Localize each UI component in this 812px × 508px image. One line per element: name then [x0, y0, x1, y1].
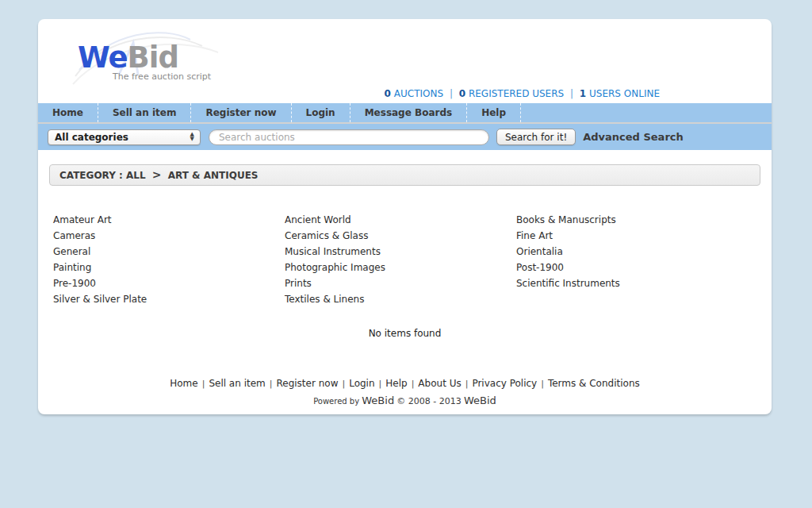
- advanced-search-link[interactable]: Advanced Search: [583, 131, 684, 143]
- stats-label[interactable]: REGISTERED USERS: [469, 88, 564, 99]
- powered-prefix: Powered by: [313, 397, 359, 406]
- category-link[interactable]: Scientific Instruments: [516, 275, 748, 291]
- category-link[interactable]: Amateur Art: [53, 212, 285, 228]
- category-list: Amateur ArtCamerasGeneralPaintingPre-190…: [38, 212, 772, 307]
- separator: |: [202, 379, 205, 389]
- no-items-message: No items found: [38, 328, 772, 339]
- stats-count[interactable]: 1: [580, 88, 586, 99]
- main-navigation: Home Sell an item Register now Login Mes…: [38, 103, 772, 124]
- stats-count[interactable]: 0: [459, 88, 465, 99]
- category-link[interactable]: Ancient World: [285, 212, 516, 228]
- select-arrows-icon: ▲▼: [190, 133, 194, 142]
- separator: |: [342, 379, 345, 389]
- category-link[interactable]: Cameras: [53, 228, 285, 244]
- separator: |: [270, 379, 273, 389]
- powered-by: Powered by WeBid © 2008 - 2013 WeBid: [38, 394, 772, 414]
- breadcrumb-current: ART & ANTIQUES: [168, 170, 259, 181]
- site-logo[interactable]: WeBid The free auction script: [78, 33, 268, 97]
- breadcrumb: CATEGORY : ALL > ART & ANTIQUES: [49, 164, 760, 186]
- category-column-2: Ancient WorldCeramics & GlassMusical Ins…: [285, 212, 516, 307]
- logo-tagline: The free auction script: [113, 71, 268, 82]
- breadcrumb-root-link[interactable]: ALL: [126, 170, 146, 181]
- search-input[interactable]: [209, 129, 489, 145]
- main-panel: WeBid The free auction script 0 AUCTIONS…: [38, 19, 772, 414]
- category-link[interactable]: Orientalia: [516, 244, 748, 260]
- nav-item[interactable]: Login: [292, 103, 350, 122]
- category-link[interactable]: Silver & Silver Plate: [53, 291, 285, 307]
- separator: |: [541, 379, 544, 389]
- header: WeBid The free auction script 0 AUCTIONS…: [38, 19, 772, 103]
- category-column-3: Books & ManuscriptsFine ArtOrientaliaPos…: [516, 212, 748, 307]
- logo-bid: Bid: [128, 40, 178, 75]
- breadcrumb-separator: >: [152, 168, 162, 181]
- separator: |: [412, 379, 415, 389]
- footer-links: Home|Sell an item|Register now|Login|Hel…: [38, 378, 772, 389]
- category-link[interactable]: Post-1900: [516, 260, 748, 275]
- site-stats: 0 AUCTIONS | 0 REGISTERED USERS | 1 USER…: [385, 88, 660, 99]
- search-button[interactable]: Search for it!: [496, 129, 576, 145]
- nav-item[interactable]: Register now: [191, 103, 291, 122]
- category-link[interactable]: Painting: [53, 260, 285, 275]
- category-link[interactable]: Fine Art: [516, 228, 748, 244]
- search-bar: All categories ▲▼ Search for it! Advance…: [38, 124, 772, 150]
- stats-segment: 0 REGISTERED USERS: [459, 88, 564, 99]
- stats-segment: 1 USERS ONLINE: [580, 88, 660, 99]
- nav-item[interactable]: Message Boards: [350, 103, 468, 122]
- category-link[interactable]: General: [53, 244, 285, 260]
- logo-we: We: [78, 40, 128, 75]
- copyright-text: © 2008 - 2013: [396, 396, 461, 406]
- powered-brand-link[interactable]: WeBid: [362, 394, 394, 406]
- breadcrumb-label: CATEGORY :: [59, 170, 123, 181]
- nav-item[interactable]: Sell an item: [98, 103, 192, 122]
- footer-link[interactable]: About Us: [418, 378, 461, 389]
- stats-label[interactable]: AUCTIONS: [394, 88, 443, 99]
- footer-link[interactable]: Help: [385, 378, 407, 389]
- category-link[interactable]: Musical Instruments: [285, 244, 516, 260]
- separator: |: [465, 379, 469, 389]
- footer-link[interactable]: Register now: [276, 378, 338, 389]
- separator: |: [379, 379, 382, 389]
- nav-item[interactable]: Help: [467, 103, 521, 122]
- footer-link[interactable]: Sell an item: [209, 378, 265, 389]
- stats-segment: 0 AUCTIONS: [385, 88, 443, 99]
- footer-link[interactable]: Login: [349, 378, 374, 389]
- category-link[interactable]: Ceramics & Glass: [285, 228, 516, 244]
- powered-brand2: WeBid: [464, 394, 496, 406]
- category-link[interactable]: Textiles & Linens: [285, 291, 516, 307]
- category-link[interactable]: Books & Manuscripts: [516, 212, 748, 228]
- category-link[interactable]: Photographic Images: [285, 260, 516, 275]
- footer-link[interactable]: Privacy Policy: [472, 378, 537, 389]
- category-link[interactable]: Prints: [285, 275, 516, 291]
- nav-item[interactable]: Home: [38, 103, 98, 122]
- footer: Home|Sell an item|Register now|Login|Hel…: [38, 378, 772, 414]
- separator: |: [450, 88, 453, 99]
- category-link[interactable]: Pre-1900: [53, 275, 285, 291]
- footer-link[interactable]: Home: [170, 378, 197, 389]
- footer-link[interactable]: Terms & Conditions: [548, 378, 640, 389]
- category-column-1: Amateur ArtCamerasGeneralPaintingPre-190…: [53, 212, 285, 307]
- separator: |: [570, 88, 573, 99]
- stats-label[interactable]: USERS ONLINE: [589, 88, 660, 99]
- category-select-value: All categories: [55, 132, 128, 143]
- stats-count[interactable]: 0: [385, 88, 391, 99]
- category-select[interactable]: All categories ▲▼: [48, 129, 201, 145]
